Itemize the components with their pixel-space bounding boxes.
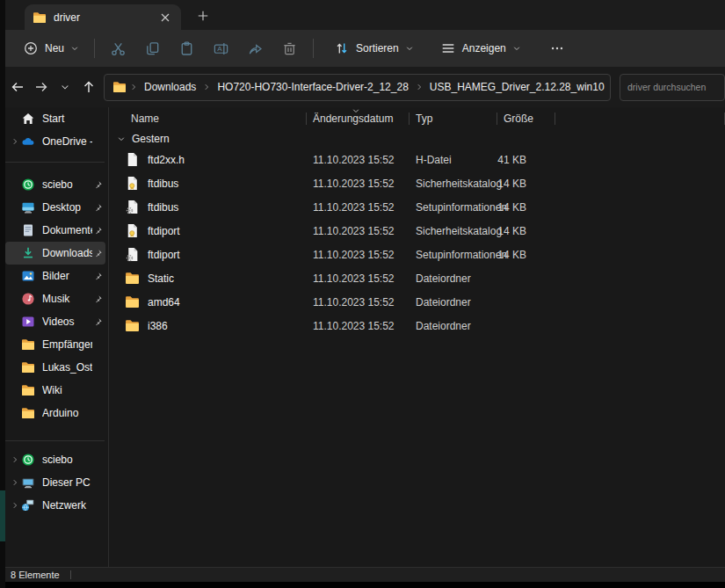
recent-locations-button[interactable] [53,75,76,99]
breadcrumb-chevron-icon[interactable] [415,83,424,91]
sidebar-item-onedrive-persona[interactable]: OneDrive - Persona [5,130,105,153]
pin-icon [93,294,103,304]
file-type-cell: H-Datei [410,154,497,166]
expand-chevron-icon[interactable] [9,137,20,146]
file-type-cell: Sicherheitskatalog [410,225,497,237]
file-row[interactable]: Static11.10.2023 15:52Dateiordner [109,266,725,290]
tab-label: driver [54,11,150,24]
breadcrumb-item[interactable]: USB_HAMEG_Driver_2.12.28_win10 [424,78,611,96]
sidebar-item-label: Empfänger [42,338,92,351]
breadcrumb-item[interactable]: Downloads [138,78,202,96]
search-input[interactable] [620,74,725,101]
sortieren-button[interactable]: Sortieren [325,34,423,62]
expand-chevron-icon[interactable] [9,455,20,464]
sidebar-item-netzwerk[interactable]: Netzwerk [5,494,105,517]
sidebar-item-label: Videos [42,316,92,328]
file-date-cell: 11.10.2023 15:52 [307,320,410,332]
sidebar-item-sciebo[interactable]: sciebo [5,448,105,471]
breadcrumb-chevron-icon[interactable] [129,83,138,91]
home-icon [21,112,35,126]
collapse-group-icon[interactable] [117,134,126,143]
cut-button[interactable] [101,34,135,62]
sidebar-item-dokumente[interactable]: Dokumente [5,219,105,242]
file-name-cell: i386 [109,318,307,333]
more-options-button[interactable] [540,34,575,62]
downloads-icon [21,246,35,260]
documents-icon [20,223,35,237]
sidebar-item-arduino[interactable]: Arduino [5,402,105,425]
chevron-right-icon [11,455,19,464]
sidebar-item-desktop[interactable]: Desktop [5,196,105,219]
sidebar-item-downloads[interactable]: Downloads [5,242,105,265]
file-date-cell: 11.10.2023 15:52 [307,154,410,166]
forward-button[interactable] [29,75,53,99]
group-label: Gestern [132,133,170,145]
sidebar-item-sciebo[interactable]: sciebo [5,173,105,196]
sidebar-item-empf-nger[interactable]: Empfänger [5,333,105,356]
cut-icon [110,40,127,57]
file-row[interactable]: ftdibus11.10.2023 15:52Setupinformatione… [109,195,725,219]
file-name-cell: Static [109,271,307,286]
share-button[interactable] [238,34,272,62]
music-icon [21,292,35,306]
delete-icon [281,40,298,57]
sidebar-item-label: Start [42,113,92,125]
sidebar-item-start[interactable]: Start [5,107,105,130]
column-header-size[interactable]: Größe [497,107,555,130]
file-name-cell: ftdiport [109,247,307,262]
file-type-cell: Dateiordner [410,272,497,285]
up-button[interactable] [76,75,100,99]
breadcrumb-chevron-icon[interactable] [202,83,211,91]
close-tab-icon[interactable] [157,10,173,25]
folder-icon [21,406,35,420]
neu-button[interactable]: Neu [14,34,88,62]
sidebar-item-dieser-pc[interactable]: Dieser PC [5,471,105,494]
tab-driver[interactable]: driver [25,4,181,30]
sidebar-item-wiki[interactable]: Wiki [5,379,105,402]
folder-icon [112,80,127,94]
file-date-cell: 11.10.2023 15:52 [307,225,410,237]
anzeigen-button[interactable]: Anzeigen [431,34,530,62]
onedrive-icon [21,134,35,149]
back-button[interactable] [5,75,29,99]
file-row[interactable]: amd6411.10.2023 15:52Dateiordner [109,290,725,314]
file-row[interactable]: i38611.10.2023 15:52Dateiordner [109,314,725,338]
file-row[interactable]: ftdiport11.10.2023 15:52Setupinformation… [109,243,725,266]
network-icon [21,498,35,512]
file-row[interactable]: ftdibus11.10.2023 15:52Sicherheitskatalo… [109,171,725,195]
downloads-icon [20,246,35,260]
breadcrumb: DownloadsHO720-HO730-Interface-Driver-2_… [104,74,611,101]
paste-button[interactable] [170,34,204,62]
pin-icon [92,180,104,190]
sidebar-item-videos[interactable]: Videos [5,310,105,333]
security-catalog-icon [125,223,140,238]
folder-icon [20,383,35,397]
sidebar-item-label: OneDrive - Persona [42,135,92,148]
column-header-type[interactable]: Typ [410,107,497,130]
breadcrumb-item[interactable]: HO720-HO730-Interface-Driver-2_12_28 [211,78,414,96]
sciebo-icon [20,178,35,192]
file-row[interactable]: ftdiport11.10.2023 15:52Sicherheitskatal… [109,219,725,243]
folder-icon [125,318,140,333]
sidebar-item-musik[interactable]: Musik [5,287,105,310]
copy-button[interactable] [135,34,170,62]
pin-icon [93,317,103,327]
toolbar-divider [313,39,314,58]
file-row[interactable]: ftd2xx.h11.10.2023 15:52H-Datei41 KB [109,148,725,171]
music-icon [20,292,35,306]
column-header-name[interactable]: Name [109,107,307,130]
explorer-window: driver Neu A Sortieren Anzeigen [0,0,725,588]
chevron-down-icon [70,44,79,53]
sidebar-item-bilder[interactable]: Bilder [5,265,105,287]
delete-button[interactable] [272,34,307,62]
rename-button[interactable]: A [204,34,238,62]
sidebar-item-label: Bilder [42,270,92,282]
expand-chevron-icon[interactable] [9,501,20,510]
expand-chevron-icon[interactable] [9,478,20,487]
anzeigen-label: Anzeigen [462,42,506,54]
sidebar-item-lukas-ostrzinski[interactable]: Lukas_Ostrzinski [5,356,105,379]
document-icon [125,152,140,167]
sidebar-item-label: Dokumente [42,224,92,236]
new-tab-button[interactable] [192,4,214,27]
command-bar: Neu A Sortieren Anzeigen [0,30,725,67]
